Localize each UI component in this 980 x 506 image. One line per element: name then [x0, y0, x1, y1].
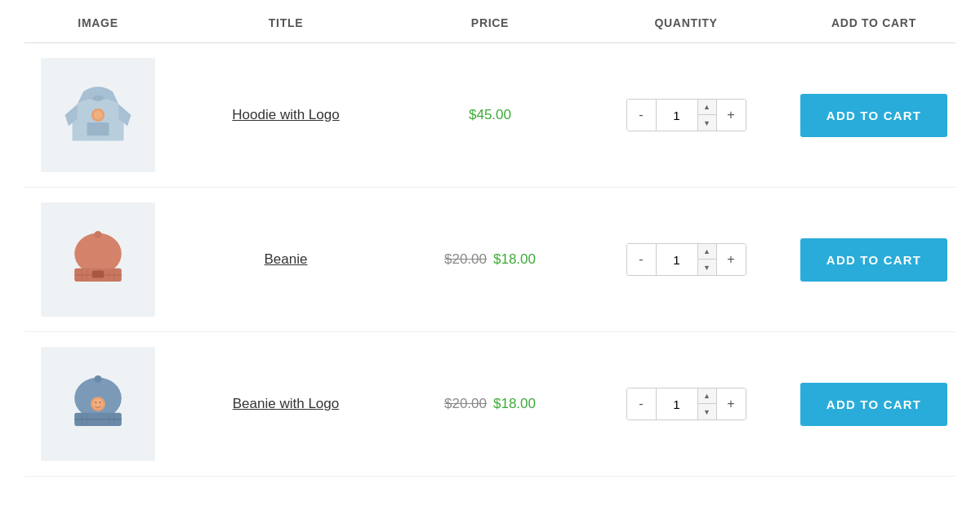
- qty-spinner-down-beanie[interactable]: ▼: [698, 260, 716, 276]
- svg-point-23: [99, 402, 101, 404]
- svg-point-2: [94, 111, 103, 120]
- product-title-hoodie[interactable]: Hoodie with Logo: [232, 107, 339, 123]
- add-to-cart-button-beanie-logo[interactable]: ADD TO CART: [800, 383, 947, 426]
- table-row: Hoodie with Logo $45.00 - ▲ ▼ + ADD TO C…: [24, 43, 956, 188]
- hoodie-icon: [61, 78, 135, 152]
- add-to-cart-button-hoodie[interactable]: ADD TO CART: [800, 94, 947, 137]
- price-sale-beanie: $18.00: [493, 251, 536, 268]
- product-title-cell-beanie: Beanie: [172, 251, 400, 268]
- qty-spinner-down-beanie-logo[interactable]: ▼: [698, 404, 716, 420]
- product-title-beanie[interactable]: Beanie: [265, 251, 308, 268]
- cart-cell-hoodie: ADD TO CART: [792, 94, 956, 137]
- svg-rect-0: [87, 122, 109, 135]
- col-cart: ADD TO CART: [792, 16, 956, 29]
- col-title: TITLE: [172, 16, 400, 29]
- qty-spinner-up-hoodie[interactable]: ▲: [698, 99, 716, 115]
- price-regular-hoodie: $45.00: [469, 107, 511, 123]
- product-title-beanie-logo[interactable]: Beanie with Logo: [233, 396, 339, 412]
- quantity-cell-beanie-logo: - ▲ ▼ +: [580, 388, 792, 420]
- qty-spinner-up-beanie-logo[interactable]: ▲: [698, 388, 716, 404]
- svg-point-22: [95, 402, 97, 404]
- svg-point-24: [95, 375, 102, 383]
- product-title-cell: Hoodie with Logo: [172, 107, 400, 123]
- price-cell-beanie: $20.00 $18.00: [400, 251, 580, 268]
- table-row: Beanie with Logo $20.00 $18.00 - ▲ ▼ + A…: [24, 332, 956, 477]
- product-title-cell-beanie-logo: Beanie with Logo: [172, 396, 400, 412]
- qty-spinner-down-hoodie[interactable]: ▼: [698, 115, 716, 131]
- cart-cell-beanie-logo: ADD TO CART: [792, 383, 956, 426]
- qty-spinners-hoodie: ▲ ▼: [697, 99, 716, 131]
- price-sale-beanie-logo: $18.00: [493, 396, 536, 412]
- quantity-minus-hoodie[interactable]: -: [627, 99, 657, 131]
- quantity-control-beanie-logo: - ▲ ▼ +: [626, 388, 746, 420]
- product-image-beanie: [41, 202, 155, 317]
- table-header: IMAGE TITLE PRICE QUANTITY ADD TO CART: [24, 0, 956, 43]
- product-image-cell-beanie-logo: [24, 347, 172, 461]
- svg-point-4: [74, 233, 122, 274]
- price-original-beanie-logo: $20.00: [444, 396, 487, 412]
- price-cell-beanie-logo: $20.00 $18.00: [400, 396, 580, 412]
- quantity-plus-beanie-logo[interactable]: +: [716, 388, 746, 420]
- price-original-beanie: $20.00: [444, 251, 487, 268]
- add-to-cart-button-beanie[interactable]: ADD TO CART: [800, 238, 947, 282]
- quantity-control-hoodie: - ▲ ▼ +: [626, 99, 746, 131]
- quantity-input-beanie-logo[interactable]: [657, 388, 697, 420]
- table-row: Beanie $20.00 $18.00 - ▲ ▼ + ADD TO CART: [24, 188, 956, 332]
- qty-spinners-beanie: ▲ ▼: [697, 243, 716, 276]
- col-quantity: QUANTITY: [580, 16, 792, 29]
- qty-spinner-up-beanie[interactable]: ▲: [698, 243, 716, 260]
- beanie-logo-icon: [61, 367, 135, 441]
- qty-spinners-beanie-logo: ▲ ▼: [697, 388, 716, 420]
- quantity-input-beanie[interactable]: [657, 243, 697, 276]
- quantity-input-hoodie[interactable]: [657, 99, 697, 131]
- svg-rect-7: [92, 271, 104, 278]
- product-image-cell: [24, 58, 172, 172]
- quantity-minus-beanie-logo[interactable]: -: [627, 388, 657, 420]
- cart-cell-beanie: ADD TO CART: [792, 238, 956, 282]
- quantity-cell-hoodie: - ▲ ▼ +: [580, 99, 792, 131]
- product-image-hoodie: [41, 58, 155, 172]
- product-table: IMAGE TITLE PRICE QUANTITY ADD TO CART: [0, 0, 980, 477]
- svg-point-3: [92, 95, 104, 101]
- beanie-icon: [61, 223, 135, 296]
- quantity-cell-beanie: - ▲ ▼ +: [580, 243, 792, 276]
- svg-point-12: [95, 231, 102, 238]
- quantity-plus-hoodie[interactable]: +: [716, 99, 746, 131]
- quantity-plus-beanie[interactable]: +: [716, 243, 746, 276]
- col-image: IMAGE: [24, 16, 172, 29]
- col-price: PRICE: [400, 16, 580, 29]
- quantity-control-beanie: - ▲ ▼ +: [626, 243, 746, 276]
- quantity-minus-beanie[interactable]: -: [627, 243, 657, 276]
- product-image-cell-beanie: [24, 202, 172, 317]
- product-image-beanie-logo: [41, 347, 155, 461]
- price-cell-hoodie: $45.00: [400, 107, 580, 123]
